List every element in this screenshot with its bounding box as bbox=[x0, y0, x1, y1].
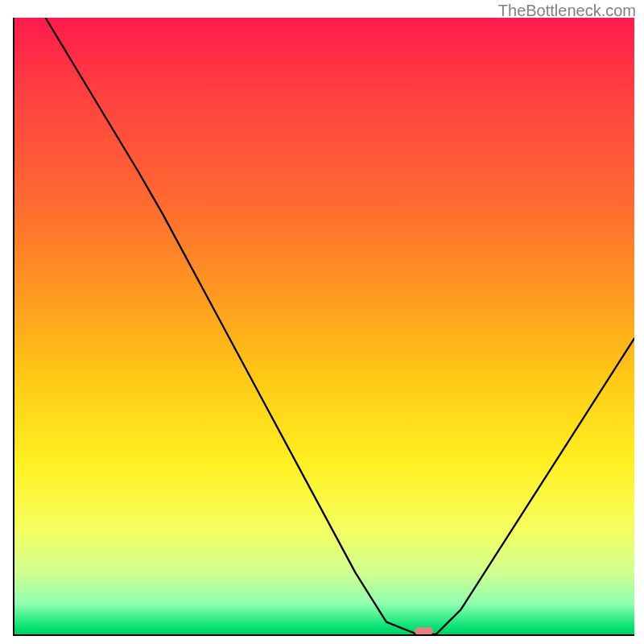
plot-area bbox=[13, 18, 634, 636]
curve-layer bbox=[14, 18, 634, 634]
bottleneck-curve bbox=[46, 18, 635, 634]
optimal-marker bbox=[415, 627, 433, 635]
bottleneck-chart: TheBottleneck.com bbox=[0, 0, 644, 644]
